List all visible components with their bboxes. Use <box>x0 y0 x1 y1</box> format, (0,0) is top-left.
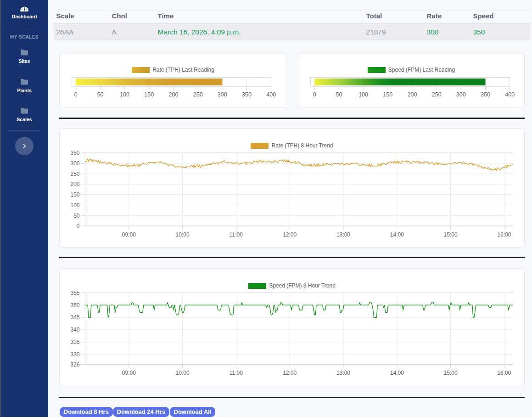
svg-text:150: 150 <box>144 91 154 98</box>
svg-text:15:00: 15:00 <box>444 370 458 376</box>
svg-text:150: 150 <box>70 192 79 198</box>
svg-text:100: 100 <box>70 202 79 208</box>
svg-text:250: 250 <box>432 91 442 98</box>
svg-text:12:00: 12:00 <box>283 370 297 376</box>
svg-text:14:00: 14:00 <box>390 231 404 238</box>
svg-text:09:00: 09:00 <box>122 370 136 376</box>
svg-text:300: 300 <box>70 160 79 167</box>
svg-text:350: 350 <box>242 91 252 98</box>
svg-text:200: 200 <box>408 91 417 98</box>
svg-text:200: 200 <box>70 181 79 187</box>
svg-text:15:00: 15:00 <box>444 231 458 238</box>
svg-text:350: 350 <box>481 91 490 98</box>
svg-text:340: 340 <box>70 327 79 333</box>
svg-text:350: 350 <box>70 150 79 156</box>
svg-text:0: 0 <box>77 223 80 229</box>
svg-text:345: 345 <box>70 314 79 321</box>
svg-text:13:00: 13:00 <box>336 231 350 238</box>
svg-text:12:00: 12:00 <box>283 231 297 238</box>
svg-text:14:00: 14:00 <box>390 370 404 376</box>
svg-text:100: 100 <box>358 91 368 98</box>
svg-text:335: 335 <box>70 339 79 345</box>
svg-text:355: 355 <box>70 290 79 296</box>
svg-text:150: 150 <box>383 91 392 98</box>
svg-text:50: 50 <box>97 91 104 98</box>
svg-text:400: 400 <box>266 91 276 98</box>
svg-text:326: 326 <box>70 361 79 368</box>
svg-text:11:00: 11:00 <box>230 370 243 376</box>
svg-text:13:00: 13:00 <box>336 370 350 376</box>
svg-text:100: 100 <box>120 91 129 98</box>
svg-text:11:00: 11:00 <box>230 231 243 238</box>
svg-text:50: 50 <box>73 213 80 219</box>
svg-text:350: 350 <box>70 302 79 309</box>
svg-text:200: 200 <box>169 91 179 98</box>
svg-text:0: 0 <box>74 91 78 98</box>
svg-text:400: 400 <box>505 91 515 98</box>
svg-text:10:00: 10:00 <box>176 370 190 376</box>
svg-text:330: 330 <box>70 351 79 358</box>
svg-text:50: 50 <box>336 91 342 98</box>
svg-text:300: 300 <box>456 91 466 98</box>
svg-text:0: 0 <box>313 91 316 98</box>
svg-text:16:00: 16:00 <box>497 370 511 376</box>
svg-text:10:00: 10:00 <box>176 231 190 238</box>
svg-text:250: 250 <box>193 91 203 98</box>
svg-text:250: 250 <box>70 171 79 177</box>
svg-text:300: 300 <box>218 91 227 98</box>
svg-text:16:00: 16:00 <box>497 231 511 238</box>
svg-text:09:00: 09:00 <box>122 231 136 238</box>
